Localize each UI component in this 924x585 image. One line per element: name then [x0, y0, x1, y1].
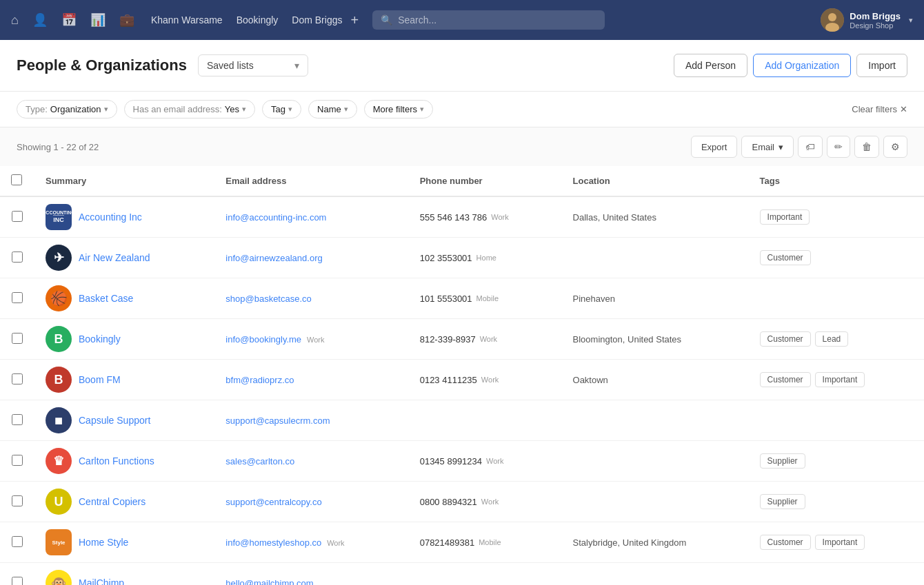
phone-cell: 812-339-8937 Work	[409, 319, 562, 360]
location-cell	[562, 238, 749, 278]
org-name-link[interactable]: Bookingly	[79, 333, 121, 345]
email-link[interactable]: sales@carlton.co	[225, 456, 294, 466]
location-cell: Oaktown	[562, 360, 749, 400]
table-row: ♛ Carlton Functions sales@carlton.co 013…	[0, 441, 924, 482]
tags-cell: CustomerImportant	[749, 522, 924, 563]
select-all-checkbox[interactable]	[11, 174, 22, 185]
email-button[interactable]: Email ▾	[741, 136, 794, 158]
row-checkbox[interactable]	[12, 455, 23, 466]
email-filter-value: Yes	[225, 104, 239, 114]
row-checkbox[interactable]	[12, 414, 23, 425]
summary-cell: B Bookingly	[34, 319, 214, 360]
email-link[interactable]: support@centralcopy.co	[225, 497, 321, 507]
email-cell: support@capsulecrm.com	[214, 400, 408, 441]
email-link[interactable]: support@capsulecrm.com	[225, 415, 330, 426]
phone-number: 555 546 143 786	[420, 212, 488, 223]
email-link[interactable]: shop@basketcase.co	[225, 294, 312, 304]
org-name-link[interactable]: Air New Zealand	[79, 252, 150, 263]
summary-cell: 🏀 Basket Case	[34, 278, 214, 319]
row-checkbox[interactable]	[12, 495, 23, 506]
calendar-icon[interactable]: 📅	[61, 12, 77, 28]
phone-number: 0800 8894321	[420, 497, 477, 507]
showing-count: Showing 1 - 22 of 22	[17, 142, 691, 152]
tag-badge: Customer	[760, 331, 811, 347]
row-checkbox[interactable]	[12, 292, 23, 303]
home-icon[interactable]: ⌂	[11, 13, 19, 28]
summary-cell: Style Home Style	[34, 522, 214, 563]
phone-header: Phone number	[409, 166, 562, 196]
row-checkbox[interactable]	[12, 211, 23, 222]
briefcase-icon[interactable]: 💼	[119, 12, 134, 28]
org-name-link[interactable]: Capsule Support	[79, 415, 150, 426]
chart-icon[interactable]: 📊	[90, 12, 106, 28]
row-checkbox[interactable]	[12, 333, 23, 344]
org-name-link[interactable]: Central Copiers	[79, 496, 145, 507]
email-filter[interactable]: Has an email address: Yes ▾	[124, 100, 256, 119]
summary-cell: B Boom FM	[34, 360, 214, 400]
email-link[interactable]: info@homestyleshop.co	[225, 537, 321, 548]
edit-button[interactable]: ✏	[827, 136, 850, 158]
add-organization-button[interactable]: Add Organization	[753, 54, 851, 77]
chevron-down-icon: ▾	[909, 16, 913, 25]
row-checkbox-cell	[0, 238, 34, 278]
search-input[interactable]	[398, 14, 596, 25]
email-cell: hello@mailchimp.com	[214, 563, 408, 586]
tags-cell: Supplier	[749, 482, 924, 522]
phone-cell: 102 3553001 Home	[409, 238, 562, 278]
tags-cell	[749, 400, 924, 441]
row-checkbox[interactable]	[12, 577, 23, 586]
phone-cell: 0800 8894321 Work	[409, 482, 562, 522]
import-button[interactable]: Import	[856, 54, 907, 77]
row-checkbox-cell	[0, 522, 34, 563]
email-link[interactable]: hello@mailchimp.com	[225, 578, 313, 585]
org-name-link[interactable]: Basket Case	[79, 293, 133, 304]
topnav-link-khann[interactable]: Khann Warsame	[151, 14, 223, 25]
delete-button[interactable]: 🗑	[854, 136, 879, 158]
clear-filters-button[interactable]: Clear filters ✕	[852, 104, 907, 114]
search-bar[interactable]: 🔍	[372, 10, 605, 30]
add-icon[interactable]: +	[350, 12, 359, 28]
phone-cell: 555 546 143 786 Work	[409, 196, 562, 238]
topnav-link-dom[interactable]: Dom Briggs	[292, 14, 342, 25]
topnav-link-bookingly[interactable]: Bookingly	[237, 14, 279, 25]
settings-button[interactable]: ⚙	[883, 136, 907, 158]
org-name-link[interactable]: MailChimp	[79, 577, 124, 585]
org-name-link[interactable]: Home Style	[79, 537, 128, 548]
tag-button[interactable]: 🏷	[798, 136, 823, 158]
tag-badge: Customer	[760, 372, 811, 387]
name-filter[interactable]: Name ▾	[308, 100, 357, 119]
user-menu[interactable]: Dom Briggs Design Shop ▾	[821, 8, 913, 32]
org-name-link[interactable]: Boom FM	[79, 374, 121, 385]
phone-number: 102 3553001	[420, 253, 472, 263]
table-row: ACCOUNTINGINC Accounting Inc info@accoun…	[0, 196, 924, 238]
email-cell: info@homestyleshop.co Work	[214, 522, 408, 563]
type-filter-value: Organization	[50, 104, 101, 114]
tag-badge: Important	[760, 209, 810, 225]
tag-badge: Customer	[760, 535, 811, 550]
more-filters[interactable]: More filters ▾	[364, 100, 433, 119]
type-filter[interactable]: Type: Organization ▾	[17, 100, 117, 119]
org-name-link[interactable]: Carlton Functions	[79, 455, 154, 466]
table-row: 🏀 Basket Case shop@basketcase.co 101 555…	[0, 278, 924, 319]
org-avatar: 🐵	[46, 570, 72, 585]
row-checkbox[interactable]	[12, 252, 23, 263]
row-checkbox[interactable]	[12, 373, 23, 384]
email-link[interactable]: info@accounting-inc.com	[225, 212, 326, 223]
topnav-links: Khann Warsame Bookingly Dom Briggs	[151, 14, 343, 25]
location-text: Bloomington, United States	[573, 334, 682, 345]
tags-cell	[749, 278, 924, 319]
export-button[interactable]: Export	[691, 136, 738, 158]
filters-bar: Type: Organization ▾ Has an email addres…	[0, 92, 924, 127]
add-person-button[interactable]: Add Person	[674, 54, 747, 77]
saved-lists-dropdown[interactable]: Saved lists ▾	[198, 54, 308, 76]
email-link[interactable]: info@airnewzealand.org	[225, 253, 322, 263]
tag-filter[interactable]: Tag ▾	[262, 100, 301, 119]
phone-number: 101 5553001	[420, 294, 472, 304]
table-row: ✈ Air New Zealand info@airnewzealand.org…	[0, 238, 924, 278]
svg-point-1	[828, 13, 836, 21]
email-link[interactable]: info@bookingly.me	[225, 334, 301, 345]
person-icon[interactable]: 👤	[32, 12, 48, 28]
org-name-link[interactable]: Accounting Inc	[79, 212, 142, 223]
email-link[interactable]: bfm@radioprz.co	[225, 375, 294, 385]
row-checkbox[interactable]	[12, 536, 23, 547]
